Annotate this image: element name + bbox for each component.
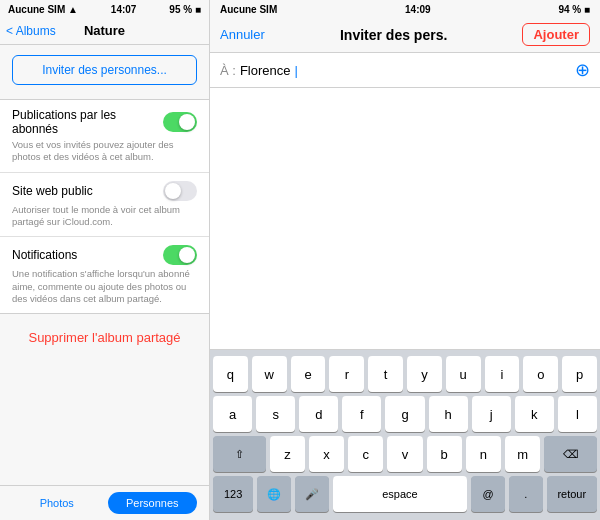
notifications-toggle[interactable] bbox=[163, 245, 197, 265]
key-x[interactable]: x bbox=[309, 436, 344, 472]
battery-left: 95 % ■ bbox=[169, 4, 201, 15]
nav-bar-left: < Albums Nature bbox=[0, 17, 209, 45]
address-label: À : bbox=[220, 63, 236, 78]
site-web-desc: Autoriser tout le monde à voir cet album… bbox=[12, 204, 197, 229]
right-panel: Aucune SIM 14:09 94 % ■ Annuler Inviter … bbox=[210, 0, 600, 520]
mic-key[interactable]: 🎤 bbox=[295, 476, 329, 512]
keyboard-row-1: q w e r t y u i o p bbox=[213, 356, 597, 392]
key-u[interactable]: u bbox=[446, 356, 481, 392]
tab-photos[interactable]: Photos bbox=[12, 492, 102, 514]
site-web-toggle[interactable] bbox=[163, 181, 197, 201]
status-bar-right: Aucune SIM 14:09 94 % ■ bbox=[210, 0, 600, 17]
key-k[interactable]: k bbox=[515, 396, 554, 432]
battery-right: 94 % ■ bbox=[558, 4, 590, 15]
at-key[interactable]: @ bbox=[471, 476, 505, 512]
tab-personnes[interactable]: Personnes bbox=[108, 492, 198, 514]
content-area bbox=[210, 88, 600, 350]
back-button[interactable]: < Albums bbox=[6, 24, 56, 38]
numbers-key[interactable]: 123 bbox=[213, 476, 253, 512]
key-e[interactable]: e bbox=[291, 356, 326, 392]
return-key[interactable]: retour bbox=[547, 476, 597, 512]
publications-setting: Publications par les abonnés Vous et vos… bbox=[0, 100, 209, 173]
publications-toggle[interactable] bbox=[163, 112, 197, 132]
key-h[interactable]: h bbox=[429, 396, 468, 432]
key-p[interactable]: p bbox=[562, 356, 597, 392]
key-w[interactable]: w bbox=[252, 356, 287, 392]
left-panel: Aucune SIM ▲ 14:07 95 % ■ < Albums Natur… bbox=[0, 0, 210, 520]
globe-key[interactable]: 🌐 bbox=[257, 476, 291, 512]
settings-section: Publications par les abonnés Vous et vos… bbox=[0, 99, 209, 314]
key-t[interactable]: t bbox=[368, 356, 403, 392]
time-left: 14:07 bbox=[111, 4, 137, 15]
publications-desc: Vous et vos invités pouvez ajouter des p… bbox=[12, 139, 197, 164]
carrier-left: Aucune SIM ▲ bbox=[8, 4, 78, 15]
keyboard-row-2: a s d f g h j k l bbox=[213, 396, 597, 432]
status-bar-left: Aucune SIM ▲ 14:07 95 % ■ bbox=[0, 0, 209, 17]
add-button[interactable]: Ajouter bbox=[522, 23, 590, 46]
space-key[interactable]: espace bbox=[333, 476, 468, 512]
key-f[interactable]: f bbox=[342, 396, 381, 432]
address-row: À : Florence | bbox=[220, 63, 575, 78]
delete-key[interactable]: ⌫ bbox=[544, 436, 597, 472]
key-z[interactable]: z bbox=[270, 436, 305, 472]
key-l[interactable]: l bbox=[558, 396, 597, 432]
keyboard-row-3: ⇧ z x c v b n m ⌫ bbox=[213, 436, 597, 472]
keyboard: q w e r t y u i o p a s d f g h j k l ⇧ … bbox=[210, 350, 600, 520]
add-contact-button[interactable]: ⊕ bbox=[575, 61, 590, 79]
time-right: 14:09 bbox=[405, 4, 431, 15]
key-b[interactable]: b bbox=[427, 436, 462, 472]
dot-key[interactable]: . bbox=[509, 476, 543, 512]
site-web-label: Site web public bbox=[12, 184, 93, 198]
address-value[interactable]: Florence bbox=[240, 63, 291, 78]
key-v[interactable]: v bbox=[387, 436, 422, 472]
invite-btn-container: Inviter des personnes... bbox=[0, 45, 209, 95]
key-o[interactable]: o bbox=[523, 356, 558, 392]
key-j[interactable]: j bbox=[472, 396, 511, 432]
key-m[interactable]: m bbox=[505, 436, 540, 472]
keyboard-row-4: 123 🌐 🎤 espace @ . retour bbox=[213, 476, 597, 512]
key-n[interactable]: n bbox=[466, 436, 501, 472]
key-i[interactable]: i bbox=[485, 356, 520, 392]
nav-bar-right: Annuler Inviter des pers. Ajouter bbox=[210, 17, 600, 53]
address-bar: À : Florence | ⊕ bbox=[210, 53, 600, 88]
key-g[interactable]: g bbox=[385, 396, 424, 432]
cancel-button[interactable]: Annuler bbox=[220, 27, 265, 42]
site-web-setting: Site web public Autoriser tout le monde … bbox=[0, 173, 209, 238]
key-a[interactable]: a bbox=[213, 396, 252, 432]
carrier-right: Aucune SIM bbox=[220, 4, 277, 15]
invite-persons-button[interactable]: Inviter des personnes... bbox=[12, 55, 197, 85]
delete-album-button[interactable]: Supprimer l'album partagé bbox=[0, 318, 209, 357]
notifications-desc: Une notification s'affiche lorsqu'un abo… bbox=[12, 268, 197, 305]
page-title-left: Nature bbox=[84, 23, 125, 38]
notifications-setting: Notifications Une notification s'affiche… bbox=[0, 237, 209, 313]
publications-label: Publications par les abonnés bbox=[12, 108, 163, 136]
key-q[interactable]: q bbox=[213, 356, 248, 392]
page-title-right: Inviter des pers. bbox=[340, 27, 447, 43]
key-r[interactable]: r bbox=[329, 356, 364, 392]
tab-bar: Photos Personnes bbox=[0, 485, 209, 520]
key-d[interactable]: d bbox=[299, 396, 338, 432]
key-c[interactable]: c bbox=[348, 436, 383, 472]
text-cursor: | bbox=[294, 63, 297, 78]
key-s[interactable]: s bbox=[256, 396, 295, 432]
shift-key[interactable]: ⇧ bbox=[213, 436, 266, 472]
key-y[interactable]: y bbox=[407, 356, 442, 392]
notifications-label: Notifications bbox=[12, 248, 77, 262]
